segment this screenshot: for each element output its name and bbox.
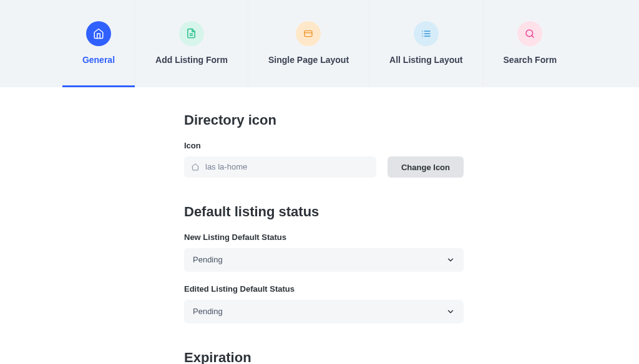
section-default-status-title: Default listing status — [184, 204, 464, 220]
file-icon — [179, 21, 204, 46]
icon-input[interactable]: las la-home — [184, 156, 376, 178]
tab-general[interactable]: General — [62, 0, 135, 87]
section-directory-icon-title: Directory icon — [184, 112, 464, 128]
svg-line-11 — [532, 36, 534, 37]
svg-rect-2 — [305, 31, 312, 36]
tab-add-listing-form[interactable]: Add Listing Form — [135, 0, 248, 87]
search-icon — [517, 21, 542, 46]
home-icon — [192, 163, 199, 171]
icon-field-label: Icon — [184, 141, 464, 150]
select-value: Pending — [193, 248, 223, 272]
list-icon — [414, 21, 439, 46]
tab-label: Add Listing Form — [155, 55, 228, 65]
change-icon-button[interactable]: Change Icon — [388, 156, 464, 178]
edited-listing-status-label: Edited Listing Default Status — [184, 284, 464, 294]
new-listing-status-label: New Listing Default Status — [184, 232, 464, 242]
chevron-down-icon — [446, 256, 455, 264]
tab-search-form[interactable]: Search Form — [483, 0, 577, 87]
layout-icon — [296, 21, 321, 46]
section-expiration-title: Expiration — [184, 350, 464, 364]
settings-content: Directory icon Icon las la-home Change I… — [184, 87, 464, 364]
tab-label: Single Page Layout — [268, 55, 349, 65]
settings-tabs: General Add Listing Form Single Page Lay… — [0, 0, 639, 87]
chevron-down-icon — [446, 307, 455, 316]
tab-label: Search Form — [504, 55, 557, 65]
tab-label: General — [82, 55, 115, 65]
select-value: Pending — [193, 300, 223, 323]
new-listing-status-select[interactable]: Pending — [184, 248, 464, 272]
icon-input-value: las la-home — [205, 156, 247, 178]
tab-label: All Listing Layout — [389, 55, 462, 65]
tab-all-listing-layout[interactable]: All Listing Layout — [369, 0, 482, 87]
edited-listing-status-select[interactable]: Pending — [184, 300, 464, 323]
tab-single-page-layout[interactable]: Single Page Layout — [248, 0, 369, 87]
home-icon — [86, 21, 111, 46]
